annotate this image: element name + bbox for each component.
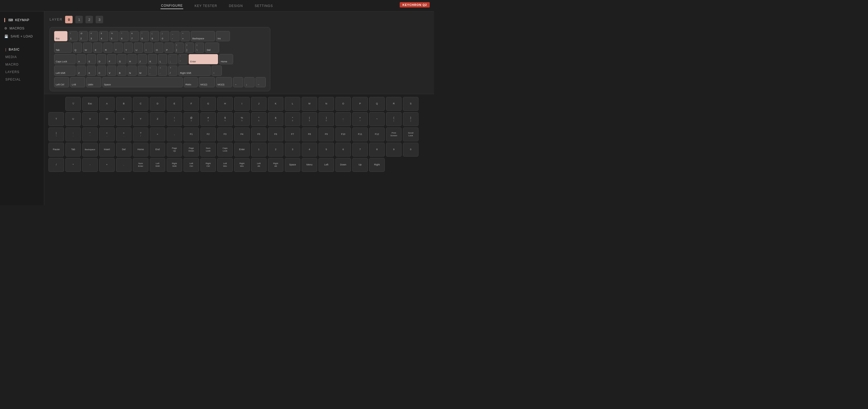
grid-key-question[interactable]: ?/ — [133, 127, 148, 141]
grid-key-f9[interactable]: F9 — [318, 127, 334, 141]
layer-btn-2[interactable]: 2 — [86, 16, 93, 23]
key-s[interactable]: S — [87, 54, 96, 64]
sidebar-save-load[interactable]: 💾 SAVE + LOAD — [0, 32, 44, 40]
key-tab[interactable]: Tab — [54, 42, 72, 53]
grid-key-arrdown[interactable]: Down — [335, 158, 351, 172]
grid-key-rshift2[interactable]: RightShift — [167, 158, 182, 172]
key-7[interactable]: &7 — [130, 31, 139, 41]
grid-key-f3[interactable]: F3 — [217, 127, 233, 141]
sidebar-keymap[interactable]: ⌨ KEYMAP — [0, 16, 44, 24]
sidebar-basic[interactable]: | BASIC — [0, 46, 44, 53]
grid-key-numlock[interactable]: NumLock — [200, 143, 216, 157]
grid-key-dollar[interactable]: $4 — [217, 112, 233, 126]
key-space[interactable]: Space — [102, 77, 183, 87]
grid-key-num8[interactable]: 8 — [369, 143, 385, 157]
grid-key-s[interactable]: S — [403, 97, 418, 111]
grid-key-v[interactable]: V — [82, 112, 98, 126]
grid-key-under[interactable]: _- — [335, 112, 351, 126]
key-d[interactable]: D — [97, 54, 106, 64]
grid-key-u[interactable]: U — [65, 112, 81, 126]
key-9[interactable]: (9 — [150, 31, 159, 41]
grid-key-f5[interactable]: F5 — [251, 127, 267, 141]
key-minus[interactable]: _- — [170, 31, 180, 41]
grid-key-i[interactable]: I — [234, 97, 250, 111]
key-rbracket[interactable]: }] — [185, 42, 194, 53]
grid-key-arrright[interactable]: Right — [369, 158, 385, 172]
grid-key-arrleft[interactable]: Left — [318, 158, 334, 172]
key-mo3[interactable]: MO(3) — [216, 77, 232, 87]
grid-key-g[interactable]: G — [200, 97, 216, 111]
grid-key-pageup[interactable]: PageUp — [167, 143, 182, 157]
grid-key-backspace2[interactable]: Backspace — [82, 143, 98, 157]
grid-key-pipe[interactable]: |\ — [49, 127, 64, 141]
key-lbracket[interactable]: {[ — [175, 42, 184, 53]
key-period[interactable]: >. — [158, 66, 167, 76]
key-0[interactable]: )0 — [160, 31, 169, 41]
layer-btn-1[interactable]: 1 — [75, 16, 83, 23]
key-5[interactable]: %5 — [109, 31, 118, 41]
sidebar-layers[interactable]: LAYERS — [0, 68, 44, 76]
grid-key-num0[interactable]: 0 — [403, 143, 418, 157]
grid-key-tab2[interactable]: Tab — [65, 143, 81, 157]
grid-key-p[interactable]: P — [352, 97, 368, 111]
grid-key-f4[interactable]: F4 — [234, 127, 250, 141]
grid-key-num7[interactable]: 7 — [352, 143, 368, 157]
key-c[interactable]: C — [97, 66, 106, 76]
grid-key-f[interactable]: F — [184, 97, 199, 111]
key-left[interactable]: ← — [233, 77, 243, 87]
key-capslock[interactable]: Caps Lock — [54, 54, 75, 64]
grid-key-at[interactable]: @2 — [184, 112, 199, 126]
key-backspace[interactable]: Backspace — [191, 31, 215, 41]
grid-key-f10[interactable]: F10 — [335, 127, 351, 141]
nav-design[interactable]: DESIGN — [228, 3, 244, 9]
grid-key-f6[interactable]: F6 — [268, 127, 283, 141]
grid-key-numslash[interactable]: / — [49, 158, 64, 172]
grid-key-f8[interactable]: F8 — [302, 127, 317, 141]
key-down[interactable]: ↓ — [244, 77, 254, 87]
grid-key-colon[interactable]: :; — [65, 127, 81, 141]
key-4[interactable]: $4 — [99, 31, 108, 41]
nav-configure[interactable]: CONFIGURE — [160, 3, 183, 9]
key-enter[interactable]: Enter — [189, 54, 218, 64]
grid-key-z[interactable]: Z — [150, 112, 165, 126]
grid-key-num2[interactable]: 2 — [268, 143, 283, 157]
key-quote[interactable]: "' — [179, 54, 188, 64]
key-lctrl[interactable]: Left Ctrl — [54, 77, 69, 87]
grid-key-esc[interactable]: Esc — [82, 97, 98, 111]
grid-key-trns[interactable]: ▽ — [65, 97, 81, 111]
grid-key-lbrace[interactable]: {[ — [386, 112, 402, 126]
grid-key-a[interactable]: A — [99, 97, 115, 111]
key-a[interactable]: A — [76, 54, 86, 64]
grid-key-num5[interactable]: 5 — [318, 143, 334, 157]
grid-key-hash[interactable]: #3 — [200, 112, 216, 126]
grid-key-num4[interactable]: 4 — [302, 143, 317, 157]
grid-key-m[interactable]: M — [302, 97, 317, 111]
key-q[interactable]: Q — [73, 42, 82, 53]
grid-key-caret[interactable]: ^6 — [251, 112, 267, 126]
key-b[interactable]: B — [117, 66, 126, 76]
key-del[interactable]: Del — [205, 42, 219, 53]
grid-key-lparen[interactable]: (9 — [302, 112, 317, 126]
grid-key-end[interactable]: End — [150, 143, 165, 157]
grid-key-e[interactable]: E — [167, 97, 182, 111]
grid-key-num9[interactable]: 9 — [386, 143, 402, 157]
grid-key-del2[interactable]: Del — [116, 143, 131, 157]
grid-key-num1[interactable]: 1 — [251, 143, 267, 157]
grid-key-numstar[interactable]: * — [65, 158, 81, 172]
key-slash[interactable]: ?/ — [168, 66, 177, 76]
grid-key-space2[interactable]: Space — [285, 158, 300, 172]
grid-key-numenter[interactable]: NumEnter — [133, 158, 148, 172]
grid-key-n[interactable]: N — [318, 97, 334, 111]
grid-key-ralt[interactable]: RightAlt — [268, 158, 283, 172]
key-m[interactable]: M — [138, 66, 147, 76]
grid-key-scrolllock[interactable]: ScrollLock — [403, 127, 418, 141]
grid-key-eq[interactable]: = — [150, 127, 165, 141]
grid-key-num3[interactable]: 3 — [285, 143, 300, 157]
key-semicolon[interactable]: :; — [168, 54, 177, 64]
grid-key-lctrl2[interactable]: LeftCtrl — [184, 158, 199, 172]
key-j[interactable]: J — [138, 54, 147, 64]
grid-key-t[interactable]: T — [49, 112, 64, 126]
key-w[interactable]: W — [83, 42, 92, 53]
grid-key-rwin2[interactable]: RightWin — [234, 158, 250, 172]
key-u[interactable]: U — [134, 42, 143, 53]
